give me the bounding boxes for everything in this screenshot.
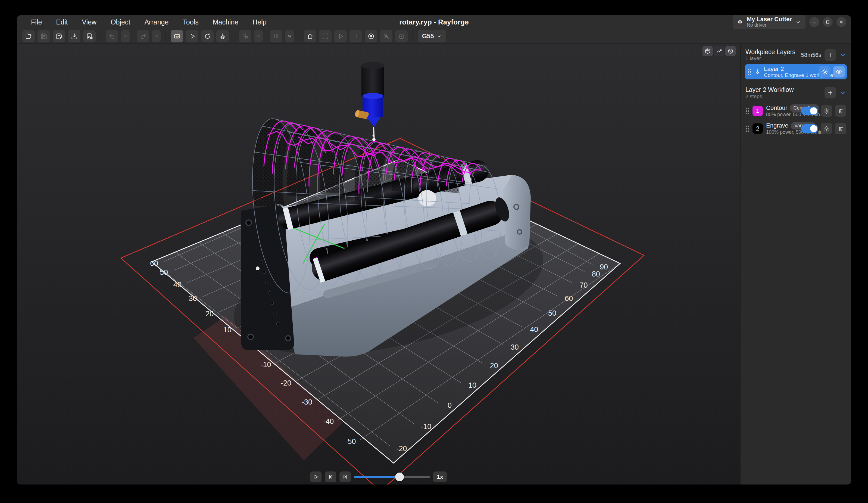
axis-label: -10 <box>260 360 271 369</box>
align-icon <box>241 33 249 40</box>
laser-position-button[interactable] <box>216 30 229 42</box>
align-button[interactable] <box>239 30 251 42</box>
undo-menu-button[interactable] <box>121 30 130 42</box>
step-settings-button[interactable] <box>821 105 832 117</box>
axis-label: 60 <box>150 259 158 268</box>
export-button[interactable] <box>83 30 96 42</box>
refresh-icon <box>204 33 211 40</box>
drag-handle-icon[interactable] <box>745 107 749 114</box>
step-enabled-toggle[interactable] <box>801 124 818 133</box>
coordinate-system-dropdown[interactable]: G55 <box>418 30 446 42</box>
machine-status: No driver <box>747 23 792 28</box>
step-name: Contour <box>766 104 787 112</box>
redo-menu-button[interactable] <box>152 30 161 42</box>
frame-button[interactable] <box>319 30 332 42</box>
drag-handle-icon[interactable] <box>747 68 752 75</box>
step-number-badge: 2 <box>753 123 763 134</box>
distribute-menu-button[interactable] <box>285 30 294 42</box>
workpiece-layers-header: Workpiece Layers 1 layer ~58m56s <box>745 46 847 64</box>
menu-item-edit[interactable]: Edit <box>50 17 74 28</box>
chevron-down-icon <box>436 33 442 39</box>
collapse-workflow-icon[interactable] <box>839 89 846 96</box>
3d-viewport[interactable]: 6050403020100-10-20-30-40-50908070605040… <box>17 43 740 484</box>
disable-overlay-button[interactable] <box>725 46 736 56</box>
menu-item-machine[interactable]: Machine <box>207 17 245 28</box>
redo-button[interactable] <box>137 30 149 42</box>
progress-slider[interactable] <box>354 471 430 482</box>
workflow-step-engrave[interactable]: 2EngraveVariable100% power, 500 mm/min <box>745 120 847 137</box>
laser-head[interactable] <box>355 62 384 141</box>
send-button[interactable] <box>334 30 347 42</box>
perspective-cube-button[interactable] <box>703 46 713 56</box>
distribute-menu-icon <box>286 33 293 40</box>
align-menu-button[interactable] <box>254 30 263 42</box>
import-icon <box>71 33 78 40</box>
pause-button[interactable] <box>350 30 362 42</box>
skip-to-end-button[interactable] <box>339 471 351 482</box>
collapse-layers-icon[interactable] <box>839 51 846 59</box>
step-delete-button[interactable] <box>835 123 846 134</box>
minimize-button[interactable] <box>809 17 819 27</box>
step-enabled-toggle[interactable] <box>801 106 818 115</box>
close-button[interactable] <box>836 17 846 27</box>
layer-description: Contour, Engrave 1 workpiece <box>764 72 814 78</box>
step-name: Engrave <box>766 122 788 129</box>
refresh-button[interactable] <box>201 30 214 42</box>
sidebar: Workpiece Layers 1 layer ~58m56s <box>740 43 851 484</box>
home-button[interactable] <box>304 30 316 42</box>
save-as-button[interactable] <box>53 30 65 42</box>
play-button[interactable] <box>310 471 321 482</box>
save-button[interactable] <box>38 30 50 42</box>
slider-knob[interactable] <box>395 473 404 481</box>
add-layer-button[interactable] <box>825 49 836 61</box>
machine-selector-button[interactable]: My Laser Cutter No driver <box>733 15 806 29</box>
layer-settings-button[interactable] <box>819 66 830 78</box>
layer-visibility-button[interactable] <box>833 66 845 78</box>
travel-moves-button[interactable] <box>714 46 724 56</box>
layer-name: Layer 2 <box>764 65 814 72</box>
axis-label: 40 <box>173 280 182 289</box>
step-delete-button[interactable] <box>835 105 846 117</box>
playback-speed-button[interactable]: 1x <box>433 471 447 482</box>
open-button[interactable] <box>22 30 35 42</box>
playback-bar: 1x <box>310 471 447 482</box>
menu-item-arrange[interactable]: Arrange <box>138 17 175 28</box>
skip-to-start-button[interactable] <box>325 471 336 482</box>
axis-label: 60 <box>565 295 573 302</box>
stop-button[interactable] <box>365 30 377 42</box>
axis-label: 50 <box>548 309 556 317</box>
import-button[interactable] <box>68 30 81 42</box>
laser-off-button[interactable] <box>380 30 392 42</box>
distribute-button[interactable] <box>270 30 282 42</box>
undo-icon <box>108 33 116 40</box>
redo-menu-icon <box>153 33 160 40</box>
view-3d-button[interactable]: 3D <box>170 30 183 42</box>
undo-button[interactable] <box>106 30 118 42</box>
axis-label: -10 <box>421 422 431 431</box>
window-title: rotary.ryp - Rayforge <box>399 18 468 27</box>
axis-label: 10 <box>224 326 231 334</box>
axis-label: 90 <box>600 263 608 271</box>
svg-text:3D: 3D <box>175 35 178 38</box>
step-number-badge: 1 <box>753 106 763 116</box>
menu-item-file[interactable]: File <box>25 17 48 28</box>
simulate-button[interactable] <box>186 30 198 42</box>
drag-handle-icon[interactable] <box>745 125 749 132</box>
add-step-button[interactable] <box>825 87 836 99</box>
frame-icon <box>322 33 329 40</box>
simulate-icon <box>189 33 196 40</box>
workflow-step-contour[interactable]: 1ContourCenterline80% power, 500 mm/min <box>745 102 847 120</box>
workflow-header: Layer 2 Workflow 2 steps <box>745 84 847 102</box>
maximize-button[interactable] <box>823 17 833 27</box>
step-settings-button[interactable] <box>821 123 832 134</box>
laser-machine-icon <box>736 19 744 25</box>
menu-item-tools[interactable]: Tools <box>177 17 204 28</box>
menu-item-help[interactable]: Help <box>247 17 272 28</box>
workpiece-holder-disc <box>418 190 436 206</box>
toolbar-separator <box>299 31 299 42</box>
layer-row[interactable]: Layer 2 Contour, Engrave 1 workpiece <box>745 64 847 79</box>
axis-label: 70 <box>579 281 588 289</box>
record-button[interactable] <box>395 30 407 42</box>
menu-item-object[interactable]: Object <box>105 17 136 28</box>
menu-item-view[interactable]: View <box>76 17 102 28</box>
